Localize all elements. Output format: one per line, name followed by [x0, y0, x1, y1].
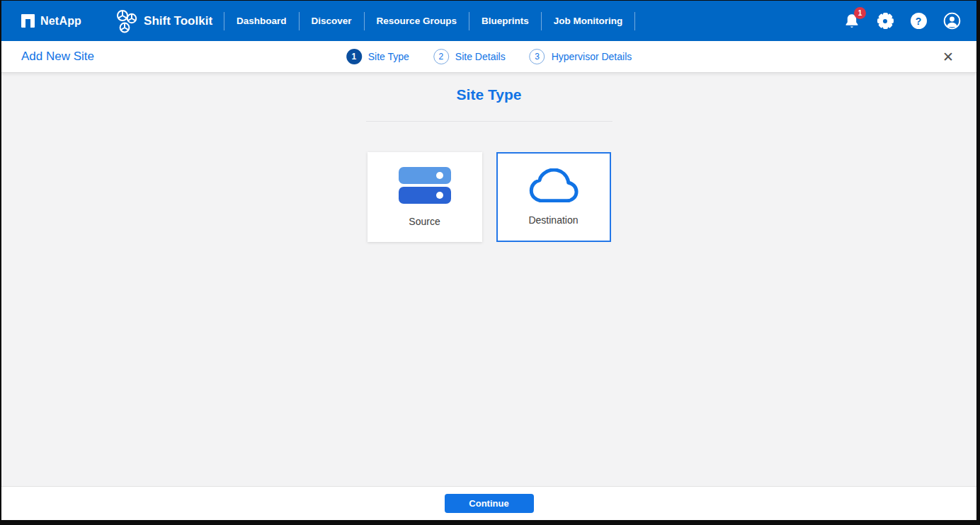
- step-label: Site Details: [455, 51, 506, 62]
- notification-badge: 1: [854, 7, 866, 19]
- settings-button[interactable]: [876, 12, 894, 30]
- section-heading: Site Type: [457, 86, 522, 103]
- server-stack-icon: [399, 167, 451, 204]
- netapp-logo[interactable]: NetApp: [21, 14, 81, 28]
- card-label: Destination: [528, 214, 578, 226]
- page-title: Add New Site: [21, 50, 94, 64]
- brand-name: Shift Toolkit: [144, 14, 212, 28]
- nav-item-job-monitoring[interactable]: Job Monitoring: [543, 16, 633, 26]
- notifications-button[interactable]: 1: [843, 12, 861, 30]
- step-number: 3: [530, 49, 545, 64]
- step-number: 1: [346, 49, 362, 64]
- wizard-header: Add New Site 1 Site Type 2 Site Details …: [1, 41, 976, 73]
- cloud-icon: [529, 168, 579, 202]
- help-button[interactable]: ?: [909, 12, 928, 30]
- gear-icon: [877, 13, 894, 29]
- nav-divider: [224, 12, 224, 30]
- nav-divider: [634, 12, 635, 30]
- heading-divider: [366, 121, 612, 122]
- nav-item-discover[interactable]: Discover: [301, 16, 363, 26]
- help-icon: ?: [911, 13, 927, 29]
- main-content: Site Type Source Destination: [1, 73, 976, 486]
- step-label: Hypervisor Details: [552, 51, 632, 62]
- nav-item-blueprints[interactable]: Blueprints: [471, 16, 540, 26]
- step-hypervisor-details[interactable]: 3 Hypervisor Details: [530, 49, 632, 64]
- wizard-stepper: 1 Site Type 2 Site Details 3 Hypervisor …: [346, 49, 632, 64]
- netapp-logo-text: NetApp: [40, 15, 81, 28]
- close-icon[interactable]: ✕: [940, 47, 957, 67]
- nav-divider: [299, 12, 300, 30]
- continue-button[interactable]: Continue: [445, 494, 534, 513]
- shift-toolkit-brand[interactable]: Shift Toolkit: [115, 9, 212, 33]
- top-navbar: NetApp Shift Toolkit Dashboard Discover: [1, 1, 976, 41]
- step-site-details[interactable]: 2 Site Details: [433, 49, 506, 64]
- account-button[interactable]: [942, 12, 961, 30]
- step-number: 2: [433, 49, 449, 64]
- nav-item-dashboard[interactable]: Dashboard: [226, 16, 297, 26]
- step-site-type[interactable]: 1 Site Type: [346, 49, 409, 64]
- netapp-logo-icon: [21, 14, 35, 28]
- nav-divider: [541, 12, 542, 30]
- app-window: NetApp Shift Toolkit Dashboard Discover: [1, 1, 976, 520]
- card-label: Source: [409, 216, 440, 227]
- step-label: Site Type: [368, 51, 409, 62]
- source-card[interactable]: Source: [368, 152, 482, 242]
- shift-toolkit-icon: [115, 9, 137, 33]
- main-nav: Dashboard Discover Resource Groups Bluep…: [226, 12, 637, 30]
- user-icon: [943, 12, 961, 30]
- navbar-actions: 1 ?: [843, 12, 961, 30]
- nav-item-resource-groups[interactable]: Resource Groups: [366, 16, 467, 26]
- nav-divider: [469, 12, 469, 30]
- destination-card[interactable]: Destination: [496, 152, 611, 242]
- site-type-cards: Source Destination: [368, 152, 611, 242]
- nav-divider: [364, 12, 365, 30]
- wizard-footer: Continue: [1, 486, 976, 520]
